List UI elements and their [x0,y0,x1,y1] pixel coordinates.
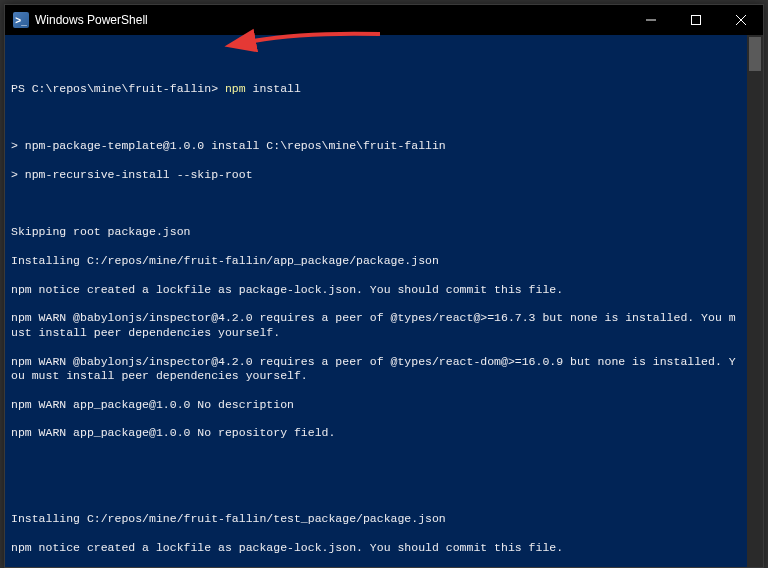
scrollbar[interactable] [747,35,763,567]
output-line: > npm-package-template@1.0.0 install C:\… [11,139,741,153]
powershell-icon: >_ [13,12,29,28]
output-line: npm WARN @babylonjs/inspector@4.2.0 requ… [11,311,741,340]
command-arg: install [246,82,301,95]
close-button[interactable] [718,5,763,35]
blank-line [11,484,741,498]
powershell-window: >_ Windows PowerShell PS C:\repos\mine\f… [4,4,764,568]
command-name: npm [225,82,246,95]
svg-rect-1 [691,16,700,25]
output-line: npm WARN @babylonjs/inspector@4.2.0 requ… [11,355,741,384]
maximize-button[interactable] [673,5,718,35]
scrollbar-thumb[interactable] [749,37,761,71]
output-line: npm WARN app_package@1.0.0 No descriptio… [11,398,741,412]
prompt-line: PS C:\repos\mine\fruit-fallin> npm insta… [11,82,741,96]
blank-line [11,111,741,125]
output-line: Installing C:/repos/mine/fruit-fallin/ap… [11,254,741,268]
blank-line [11,455,741,469]
minimize-button[interactable] [628,5,673,35]
output-line: > npm-recursive-install --skip-root [11,168,741,182]
output-line: Installing C:/repos/mine/fruit-fallin/te… [11,512,741,526]
titlebar[interactable]: >_ Windows PowerShell [5,5,763,35]
window-title: Windows PowerShell [35,13,628,27]
output-line: Skipping root package.json [11,225,741,239]
output-line: npm notice created a lockfile as package… [11,541,741,555]
prompt-path: PS C:\repos\mine\fruit-fallin> [11,82,225,95]
window-controls [628,5,763,35]
output-line: npm WARN app_package@1.0.0 No repository… [11,426,741,440]
blank-line [11,197,741,211]
terminal-output[interactable]: PS C:\repos\mine\fruit-fallin> npm insta… [5,35,763,567]
output-line: npm notice created a lockfile as package… [11,283,741,297]
